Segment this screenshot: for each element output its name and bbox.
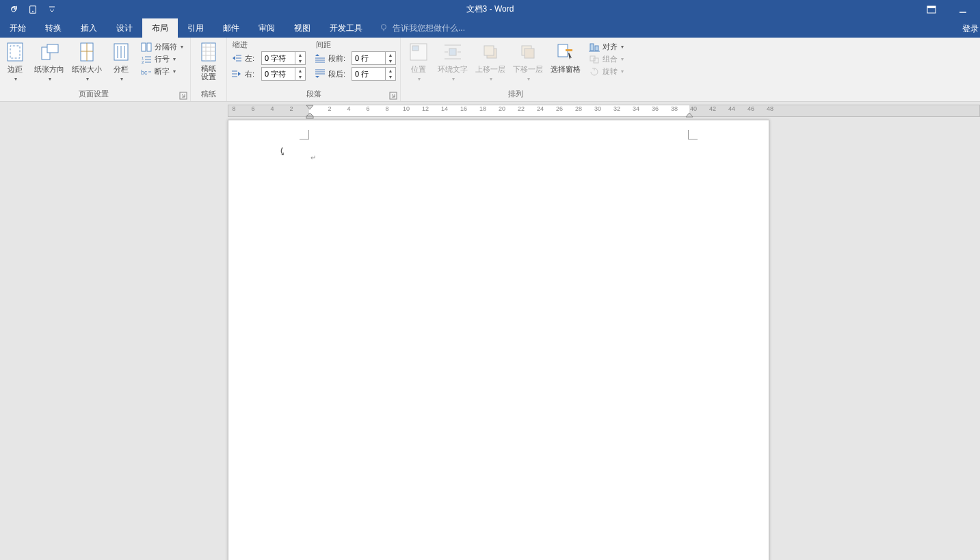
svg-rect-10 — [47, 44, 58, 53]
spin-down[interactable]: ▼ — [295, 58, 305, 64]
tab-insert[interactable]: 插入 — [71, 18, 107, 38]
spin-down[interactable]: ▼ — [386, 74, 395, 80]
align-icon — [589, 42, 600, 52]
ruler-tick: 2 — [289, 105, 293, 112]
manuscript-settings-button[interactable]: 稿纸 设置 — [195, 40, 222, 82]
document-area: 8642246810121416182022242628303234363840… — [0, 102, 980, 560]
minimize-icon[interactable] — [953, 3, 973, 16]
paragraph-launcher[interactable] — [389, 90, 399, 100]
line-numbers-button[interactable]: 12行号▾ — [138, 53, 186, 65]
group-label-paragraph: 段落 — [231, 88, 396, 101]
spacing-after-label: 段后: — [328, 69, 349, 79]
svg-rect-3 — [927, 6, 936, 8]
left-indent-marker[interactable] — [306, 112, 314, 119]
indent-heading: 缩进 — [231, 40, 306, 51]
group-page-setup: 边距▾ 纸张方向▾ 纸张大小▾ 分栏▾ 分隔符▾ 12行号▾ bc断字▾ 页面设… — [0, 38, 191, 101]
tell-me-placeholder: 告诉我您想做什么... — [393, 23, 465, 34]
position-button: 位置▾ — [405, 40, 432, 83]
group-label-page-setup: 页面设置 — [1, 88, 186, 101]
tell-me-search[interactable]: 告诉我您想做什么... — [372, 18, 465, 38]
cursor-indicator-icon: ⤹ — [278, 145, 287, 158]
tab-developer[interactable]: 开发工具 — [320, 18, 372, 38]
tab-convert[interactable]: 转换 — [36, 18, 71, 38]
size-button[interactable]: 纸张大小▾ — [70, 40, 104, 83]
ruler-tick: 16 — [460, 105, 467, 112]
ruler-tick: 14 — [441, 105, 448, 112]
ruler-tick: 8 — [385, 105, 388, 112]
manuscript-icon — [198, 41, 220, 63]
ruler-tick: 32 — [613, 105, 620, 112]
svg-rect-49 — [449, 49, 456, 55]
group-button: 组合▾ — [586, 53, 626, 65]
tab-design[interactable]: 设计 — [107, 18, 142, 38]
selection-pane-button[interactable]: 选择窗格 — [548, 40, 583, 76]
ruler-tick: 26 — [556, 105, 563, 112]
ruler-tick: 6 — [251, 105, 254, 112]
tab-references[interactable]: 引用 — [178, 18, 213, 38]
position-icon — [408, 41, 429, 63]
spacing-before-input[interactable]: ▲▼ — [352, 51, 396, 65]
tab-home[interactable]: 开始 — [0, 18, 36, 38]
orientation-icon — [38, 41, 60, 63]
horizontal-ruler[interactable]: 8642246810121416182022242628303234363840… — [228, 105, 980, 117]
align-button[interactable]: 对齐▾ — [586, 41, 626, 53]
first-line-indent-marker[interactable] — [306, 105, 314, 110]
sign-in-link[interactable]: 登录 — [962, 23, 979, 35]
spin-down[interactable]: ▼ — [295, 74, 305, 80]
document-page[interactable]: ⤹ ↵ — [228, 120, 769, 560]
indent-left-icon — [231, 53, 242, 64]
ruler-tick: 2 — [328, 105, 331, 112]
ruler-tick: 12 — [422, 105, 429, 112]
qat-customize-icon[interactable] — [47, 4, 57, 15]
ruler-tick: 24 — [537, 105, 544, 112]
ruler-tick: 42 — [709, 105, 716, 112]
page-size-icon — [76, 41, 98, 63]
ruler-tick: 40 — [690, 105, 697, 112]
indent-right-label: 右: — [245, 69, 259, 79]
ribbon-display-icon[interactable] — [921, 3, 942, 16]
indent-left-input[interactable]: ▲▼ — [261, 51, 306, 65]
svg-rect-61 — [595, 46, 598, 51]
tab-review[interactable]: 审阅 — [249, 18, 284, 38]
spacing-after-input[interactable]: ▲▼ — [352, 67, 396, 81]
ruler-tick: 28 — [575, 105, 582, 112]
line-numbers-icon: 12 — [141, 55, 152, 64]
spin-up[interactable]: ▲ — [295, 52, 305, 58]
spacing-heading: 间距 — [315, 40, 396, 51]
group-manuscript: 稿纸 设置 稿纸 — [191, 38, 227, 101]
svg-rect-60 — [590, 44, 594, 51]
hyphenation-button[interactable]: bc断字▾ — [138, 66, 186, 77]
svg-rect-59 — [566, 49, 572, 51]
redo-icon[interactable] — [8, 4, 19, 15]
spin-down[interactable]: ▼ — [386, 58, 395, 64]
svg-rect-28 — [202, 43, 215, 61]
tab-layout[interactable]: 布局 — [142, 18, 178, 38]
ruler-tick: 44 — [728, 105, 735, 112]
page-setup-launcher[interactable] — [179, 90, 189, 100]
group-arrange: 位置▾ 环绕文字▾ 上移一层▾ 下移一层▾ 选择窗格 对齐▾ 组合▾ 旋转▾ — [401, 38, 631, 101]
tab-view[interactable]: 视图 — [284, 18, 320, 38]
margin-corner-tl — [300, 130, 309, 139]
group-paragraph: 缩进 左: ▲▼ 右: ▲▼ 间距 段前: ▲▼ — [227, 38, 401, 101]
right-indent-marker[interactable] — [685, 112, 693, 118]
tab-mailings[interactable]: 邮件 — [213, 18, 249, 38]
paragraph-mark-icon: ↵ — [310, 154, 316, 161]
columns-button[interactable]: 分栏▾ — [107, 40, 135, 83]
svg-rect-18 — [142, 43, 146, 51]
hyphenation-icon: bc — [141, 67, 152, 77]
quick-access-toolbar — [0, 4, 57, 15]
spin-up[interactable]: ▲ — [386, 52, 395, 58]
ruler-tick: 4 — [347, 105, 350, 112]
svg-rect-48 — [412, 46, 419, 51]
group-icon — [589, 55, 600, 64]
ribbon-tabs: 开始 转换 插入 设计 布局 引用 邮件 审阅 视图 开发工具 告诉我您想做什么… — [0, 18, 980, 38]
spin-up[interactable]: ▲ — [295, 68, 305, 74]
touch-mode-icon[interactable] — [27, 4, 38, 15]
spacing-before-label: 段前: — [328, 53, 349, 64]
orientation-button[interactable]: 纸张方向▾ — [32, 40, 66, 83]
margins-button[interactable]: 边距▾ — [1, 40, 29, 83]
spin-up[interactable]: ▲ — [386, 68, 395, 74]
breaks-button[interactable]: 分隔符▾ — [138, 41, 186, 53]
svg-rect-19 — [147, 43, 151, 51]
indent-right-input[interactable]: ▲▼ — [261, 67, 306, 81]
